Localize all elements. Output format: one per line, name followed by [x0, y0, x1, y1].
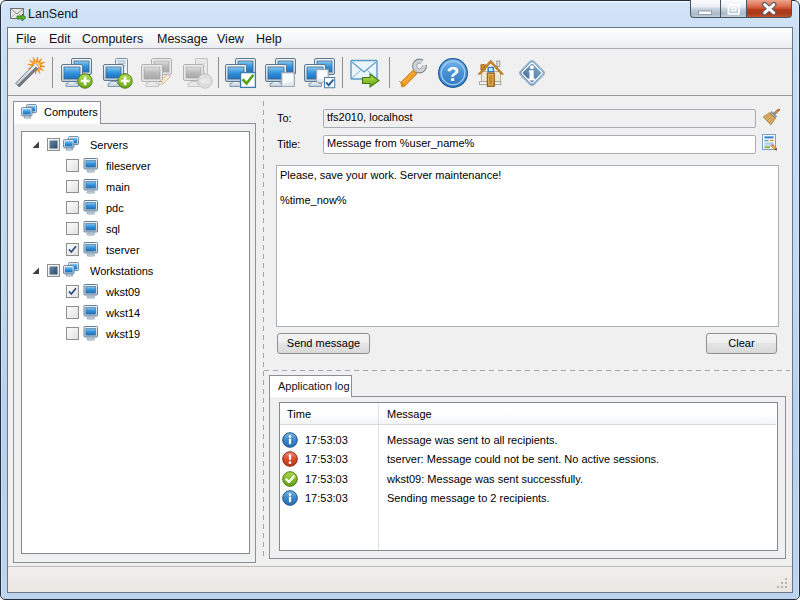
svg-text:?: ?: [447, 62, 460, 85]
